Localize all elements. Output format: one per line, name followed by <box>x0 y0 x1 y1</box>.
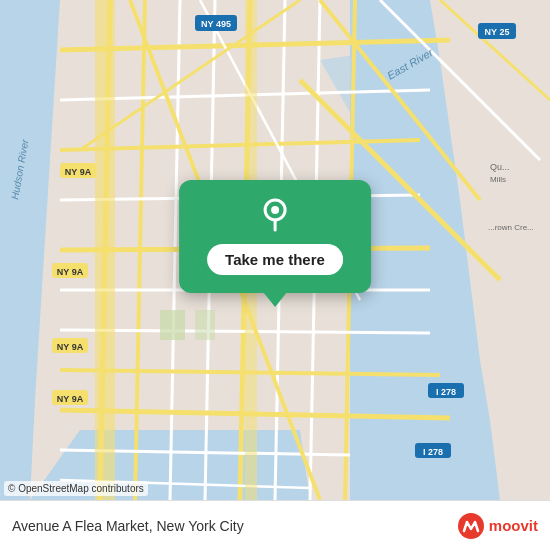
svg-text:Qu...: Qu... <box>490 162 510 172</box>
moovit-logo: moovit <box>457 512 538 540</box>
location-pin-icon <box>255 194 295 234</box>
svg-text:I 278: I 278 <box>423 447 443 457</box>
osm-attribution: © OpenStreetMap contributors <box>4 481 148 496</box>
svg-text:NY 9A: NY 9A <box>57 267 84 277</box>
location-text: Avenue A Flea Market, New York City <box>12 518 244 534</box>
svg-text:...rown Cre...: ...rown Cre... <box>488 223 534 232</box>
svg-rect-23 <box>195 310 215 340</box>
svg-text:NY 9A: NY 9A <box>65 167 92 177</box>
svg-text:I 278: I 278 <box>436 387 456 397</box>
svg-point-46 <box>271 206 279 214</box>
svg-text:NY 9A: NY 9A <box>57 394 84 404</box>
map-container: NY 495 NY 25 NY 9A NY 9A NY 9A NY 9A I 2… <box>0 0 550 500</box>
svg-rect-22 <box>160 310 185 340</box>
map-popup: Take me there <box>179 180 371 293</box>
svg-point-47 <box>458 513 484 539</box>
moovit-text: moovit <box>489 517 538 534</box>
svg-rect-20 <box>95 0 115 500</box>
svg-text:NY 495: NY 495 <box>201 19 231 29</box>
moovit-icon <box>457 512 485 540</box>
bottom-bar: Avenue A Flea Market, New York City moov… <box>0 500 550 550</box>
svg-text:NY 9A: NY 9A <box>57 342 84 352</box>
svg-text:NY 25: NY 25 <box>485 27 510 37</box>
popup-tail <box>263 292 287 307</box>
svg-text:Mills: Mills <box>490 175 506 184</box>
take-me-there-button[interactable]: Take me there <box>207 244 343 275</box>
